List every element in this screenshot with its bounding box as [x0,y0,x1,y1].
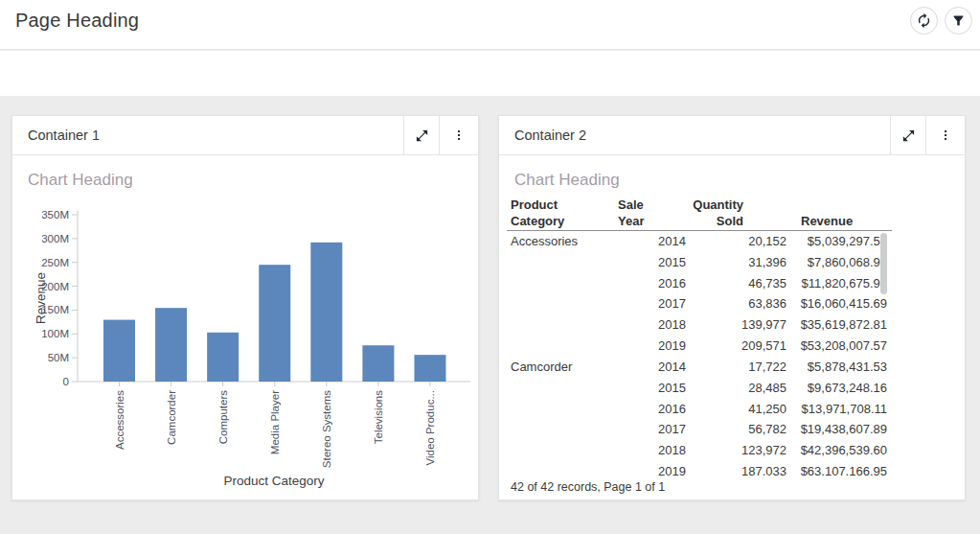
column-header-product-category: ProductCategory [511,197,564,229]
bar-accessories[interactable] [103,320,135,382]
y-axis-tick-label: 300M [41,233,69,244]
x-axis-tick-label: Video Produc... [424,390,436,465]
table-row: 201528,485$9,673,248.16 [499,378,965,399]
table-cell: $13,971,708.11 [802,399,887,420]
y-axis-tick-label: 0 [63,376,69,387]
expand-icon [901,128,916,143]
table-cell: $42,396,539.60 [801,440,887,461]
y-axis-tick-label: 50M [48,352,69,363]
table-row: Accessories201420,152$5,039,297.57 [499,231,965,252]
table-cell: $19,438,607.89 [801,419,887,440]
column-header-quantity-sold: QuantitySold [693,197,743,229]
container-2-header: Container 2 [499,116,965,155]
column-header-revenue: Revenue [801,213,853,229]
bar-televisions[interactable] [362,345,394,382]
table-cell: 46,735 [748,273,786,294]
filter-icon [951,13,966,28]
more-options-button[interactable] [925,116,965,154]
table-row: Camcorder201417,722$5,878,431.53 [499,357,965,378]
table-cell: $35,619,872.81 [801,314,887,336]
table-cell: 209,571 [741,336,786,357]
bar-stereo-systems[interactable] [310,243,342,382]
container-1-header: Container 1 [12,116,478,155]
more-vert-icon [452,128,466,143]
table-cell: 2015 [658,378,686,399]
container-2: Container 2 Chart Heading ProductCatego [498,115,966,500]
table-cell: 2014 [658,357,686,378]
filter-button[interactable] [945,7,972,35]
table-cell: 56,782 [748,419,786,440]
table-cell: 2017 [658,419,686,440]
x-axis-title: Product Category [223,474,324,488]
table-cell: 2018 [658,440,686,461]
table-row: 201763,836$16,060,415.69 [499,293,965,314]
expand-button[interactable] [403,116,439,154]
filter-bar [0,51,980,96]
x-axis-tick-label: Camcorder [166,390,177,445]
table-pagination-status: 42 of 42 records, Page 1 of 1 [499,476,965,499]
table-cell: $5,878,431.53 [808,357,887,378]
y-axis-tick-label: 250M [41,257,69,268]
table-cell: 28,485 [748,378,786,399]
container-1: Container 1 Chart Heading 050M100M150M20… [11,115,479,500]
page-title: Page Heading [15,10,139,32]
column-header-sale-year: SaleYear [618,197,644,229]
table-cell: 2016 [658,399,686,420]
container-title: Container 1 [28,116,100,154]
more-options-button[interactable] [439,116,478,154]
table-row: 201531,396$7,860,068.93 [499,252,965,273]
table-row: 201646,735$11,820,675.96 [499,273,965,294]
vertical-scrollbar-thumb[interactable] [880,233,887,294]
table-cell: 17,722 [748,357,786,378]
x-axis-tick-label: Computers [217,390,229,444]
table-cell: 2018 [658,314,686,336]
refresh-button[interactable] [910,7,938,35]
table-header: ProductCategory SaleYear QuantitySold Re… [499,197,965,230]
table-cell: $5,039,297.57 [808,231,887,252]
table-cell: 2014 [658,231,686,252]
table-cell: 2016 [658,273,686,294]
table-cell: 2017 [658,293,686,314]
table-row: 201641,250$13,971,708.11 [499,399,965,420]
table-body: Accessories201420,152$5,039,297.57201531… [499,231,965,477]
table-cell: 139,977 [741,314,786,336]
bar-chart: 050M100M150M200M250M300M350MAccessoriesC… [12,193,478,492]
table-cell: 63,836 [748,293,786,314]
page-header: Page Heading [0,0,980,50]
bar-video-produc-[interactable] [414,355,445,382]
table-row: 201756,782$19,438,607.89 [499,419,965,440]
chart-heading: Chart Heading [28,171,133,190]
y-axis-tick-label: 100M [41,328,69,339]
table-cell: Camcorder [511,357,572,378]
table-cell: $7,860,068.93 [808,252,887,273]
table-row: 2018123,972$42,396,539.60 [499,440,965,461]
table-cell: 31,396 [748,252,786,273]
x-axis-tick-label: Stereo Systems [321,390,332,468]
bar-camcorder[interactable] [155,308,187,382]
table-cell: $16,060,415.69 [801,293,887,314]
refresh-icon [916,12,932,29]
x-axis-tick-label: Media Player [269,390,281,454]
table-cell: 123,972 [741,440,786,461]
table-cell: $11,820,675.96 [802,273,887,294]
table-cell: Accessories [511,231,578,252]
y-axis-title: Revenue [34,272,48,324]
x-axis-tick-label: Accessories [114,390,125,450]
bar-computers[interactable] [207,333,239,382]
y-axis-tick-label: 350M [41,209,69,221]
table-row: 2019209,571$53,208,007.57 [499,336,965,357]
chart-heading: Chart Heading [514,171,620,190]
table-cell: 41,250 [748,399,786,420]
container-title: Container 2 [514,116,586,154]
table-cell: $53,208,007.57 [801,336,887,357]
more-vert-icon [939,128,952,143]
x-axis-tick-label: Televisions [373,390,384,444]
table-row: 2018139,977$35,619,872.81 [499,314,965,336]
table-cell: 2019 [658,336,686,357]
table-cell: $9,673,248.16 [808,378,887,399]
expand-button[interactable] [890,116,925,154]
bar-media-player[interactable] [259,265,290,382]
table-cell: 20,152 [748,231,786,252]
table-cell: 2015 [658,252,686,273]
expand-icon [415,128,429,143]
